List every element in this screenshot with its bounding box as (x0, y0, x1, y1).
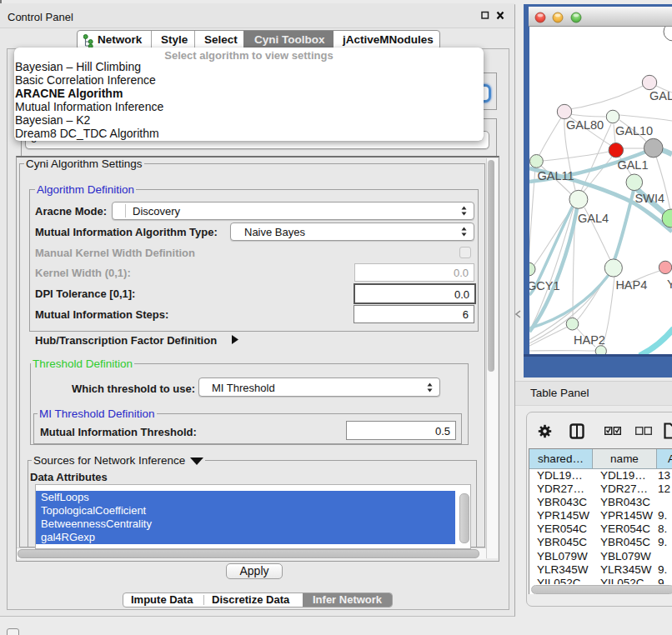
svg-text:GAL11: GAL11 (538, 169, 574, 182)
svg-text:GAL80: GAL80 (566, 118, 604, 132)
svg-text:GAL4: GAL4 (578, 212, 609, 225)
svg-text:HAP4: HAP4 (615, 278, 647, 292)
svg-text:Y: Y (667, 278, 672, 291)
svg-text:HAP2: HAP2 (574, 333, 605, 347)
svg-text:GAL10: GAL10 (615, 124, 653, 138)
svg-text:GAL: GAL (649, 89, 672, 102)
svg-text:GCY1: GCY1 (529, 279, 560, 292)
svg-text:SWI4: SWI4 (635, 192, 664, 205)
svg-text:GAL1: GAL1 (617, 158, 648, 172)
